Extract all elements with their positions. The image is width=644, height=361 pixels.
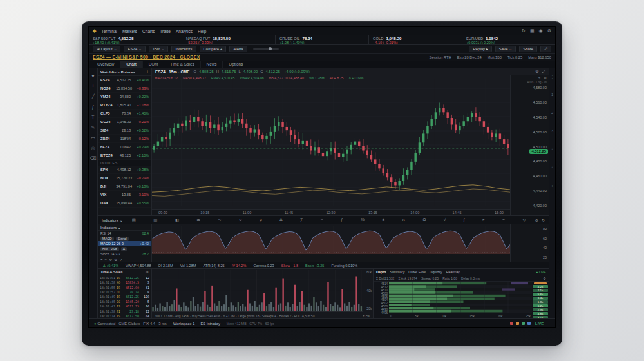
crosshair-tool-icon[interactable]: + <box>91 84 94 88</box>
toolbar-button-compare[interactable]: Compare + <box>200 46 227 52</box>
ladder-cell[interactable]: 6.2k <box>533 304 548 307</box>
watchlist-row-nqz4[interactable]: NQZ415,834.50−0.33% <box>98 84 151 93</box>
ticker-quote-nasdaq-fut[interactable]: NASDAQ FUT15,834.50−52.25 (−0.33%) <box>182 35 276 44</box>
trendline-tool-icon[interactable]: ╱ <box>91 94 94 99</box>
timeframe-slider[interactable] <box>253 48 279 50</box>
diamond-icon[interactable]: ◇ <box>522 217 526 222</box>
sma-icon[interactable]: ▤ <box>132 217 136 222</box>
omega-icon[interactable]: Ω <box>422 217 426 222</box>
indicator-row-0[interactable]: RSI 1462.4 <box>98 231 151 236</box>
ladder-cell[interactable]: 5.6k <box>533 293 548 296</box>
menu-item-help[interactable]: Help <box>198 29 206 34</box>
volume-refresh[interactable]: ↻ 5s <box>363 314 370 318</box>
watchlist-row-dax[interactable]: DAX15,890.44+0.55% <box>98 199 151 208</box>
watchlist-row-esz4[interactable]: ESZ44,512.25+0.41% <box>98 76 151 84</box>
pi-icon[interactable]: π <box>402 217 406 222</box>
delta-icon[interactable]: Δ <box>279 217 282 222</box>
indicator-row-5[interactable]: +−↻⚙✓ <box>98 257 151 262</box>
bollinger-icon[interactable]: ◧ <box>175 217 179 222</box>
symbol-title[interactable]: ESZ4 — E-MINI S&P 500 · DEC 2024 · GLOBE… <box>93 55 200 59</box>
depth-tab-liquidity[interactable]: Liquidity <box>430 270 442 274</box>
candlestick-chart[interactable] <box>152 75 510 209</box>
settings-icon[interactable]: ⚙ <box>547 28 551 34</box>
indicator-row-2[interactable]: MACD 12·26·9+0.42 <box>98 241 151 246</box>
indicator-chip[interactable]: MACD <box>100 237 114 241</box>
menu-item-charts[interactable]: Charts <box>142 29 155 34</box>
measure-tool-icon[interactable]: ▭ <box>91 135 95 140</box>
watchlist-row-zbz4[interactable]: ZBZ4118'04−0.12% <box>98 135 151 143</box>
depth-bars-chart[interactable] <box>389 282 532 313</box>
ladder-cell[interactable]: 4.2k <box>533 285 548 288</box>
watchlist-add-button[interactable]: + <box>146 70 149 74</box>
watchlist-row-gcz4[interactable]: GCZ41,945.20−0.21% <box>98 118 151 126</box>
ticker-quote-eur-usd[interactable]: EUR/USD1.0842+0.0031 (+0.29%) <box>462 35 555 44</box>
indicator-action-icon[interactable]: − <box>105 257 108 261</box>
fib-tool-icon[interactable]: ƒ <box>92 104 95 109</box>
menu-item-markets[interactable]: Markets <box>122 29 137 34</box>
sum-icon[interactable]: ∑ <box>300 217 303 222</box>
indicator-row-4[interactable]: Stoch 14·3·378.2 <box>98 251 151 257</box>
sqrt-icon[interactable]: √ <box>444 217 446 222</box>
chart-tool-icon[interactable]: ⤢ <box>542 69 545 74</box>
watchlist-row-siz4[interactable]: SIZ423.18+0.52% <box>98 126 151 135</box>
watchlist-row-dji[interactable]: DJI34,791.04+0.18% <box>98 182 151 191</box>
depth-tab-order-flow[interactable]: Order Flow <box>408 270 426 274</box>
tape-row[interactable]: 14:32:01ES4512.2512 <box>98 275 151 280</box>
tape-row[interactable]: 14:31:34ES4512.5064 <box>98 314 151 318</box>
refresh-icon[interactable]: ↻ <box>522 28 526 34</box>
tab-time-sales[interactable]: Time & Sales <box>164 61 200 68</box>
workspace-label[interactable]: Workspace 1 — ES Intraday <box>173 322 220 326</box>
depth-settings-icon[interactable]: ⚙ <box>543 277 546 280</box>
watchlist-row-ndx[interactable]: NDX15,720.33−0.29% <box>98 174 151 182</box>
mu-icon[interactable]: μ <box>260 217 262 222</box>
indicator-action-icon[interactable]: ⚙ <box>114 257 117 262</box>
tape-row[interactable]: 14:31:58NQ15834.53 <box>98 280 151 284</box>
tab-dom[interactable]: DOM <box>143 61 165 68</box>
magnet-tool-icon[interactable]: ◎ <box>91 146 95 150</box>
tape-row[interactable]: 14:31:38SI23.1822 <box>98 309 151 313</box>
ladder-cell[interactable]: 2.9k <box>533 308 548 311</box>
strip-action-icon[interactable]: ↻ <box>542 218 545 222</box>
ladder-cell[interactable]: 1.8k <box>533 300 548 304</box>
fib-icon[interactable]: ƒ <box>341 217 343 222</box>
indicator-chip[interactable]: Hist −0.08 <box>100 247 119 251</box>
ema-icon[interactable]: ▥ <box>153 217 157 222</box>
notifications-icon[interactable]: ◉ <box>539 28 543 34</box>
toolbar-button-alerts[interactable]: Alerts <box>229 46 247 52</box>
ticker-quote-gold[interactable]: GOLD1,945.20−4.10 (−0.21%) <box>369 35 462 44</box>
toolbar-button-item[interactable]: ⤢ <box>540 46 551 52</box>
price-axis[interactable]: ↯⚙ Auto · Log · % 4,580.004,560.004,540.… <box>510 75 549 215</box>
grid-icon[interactable]: ⊞ <box>197 217 200 222</box>
indicator-row-1[interactable]: MACDSignal <box>98 236 151 241</box>
indicator-panel-header[interactable]: Indicators ⌄ <box>98 224 151 231</box>
depth-tab-summary[interactable]: Summary <box>390 270 404 274</box>
tape-row[interactable]: 14:31:55ES4512.0041 <box>98 285 151 289</box>
tape-row[interactable]: 14:31:49ES4512.25120 <box>98 295 151 299</box>
sigma-icon[interactable]: σ <box>239 217 242 222</box>
eraser-tool-icon[interactable]: ⌫ <box>90 156 97 161</box>
rail-marker[interactable]: ⋮ <box>551 75 554 79</box>
ladder-cell[interactable]: 2.1k <box>533 289 548 292</box>
indicator-action-icon[interactable]: ✓ <box>119 257 122 262</box>
wave-icon[interactable]: ∿ <box>218 217 222 222</box>
rail-marker[interactable]: 1 <box>551 93 553 97</box>
toolbar-button-share[interactable]: Share <box>519 46 537 52</box>
toolbar-button-save[interactable]: Save ⌄ <box>495 46 516 52</box>
indicator-action-icon[interactable]: + <box>100 257 103 261</box>
toolbar-button-layout[interactable]: ⊞ Layout ⌄ <box>93 46 120 52</box>
plusminus-icon[interactable]: ± <box>382 217 384 222</box>
toolbar-button-replay[interactable]: Replay ▸ <box>469 46 491 52</box>
chart-tool-icon[interactable]: ⚙ <box>535 69 539 74</box>
rail-marker[interactable]: ◦ <box>552 147 553 151</box>
indicator-row-3[interactable]: Hist −0.08Δ <box>98 246 151 251</box>
chart-symbol[interactable]: ESZ4 · 15m · CME <box>155 70 190 74</box>
integral-icon[interactable]: ∫ <box>464 217 465 222</box>
rail-marker[interactable]: ⋮ <box>551 183 554 187</box>
tape-row[interactable]: 14:31:45GC1945.205 <box>98 299 151 304</box>
price-axis-tool-icon[interactable]: ↯ <box>538 76 541 81</box>
tape-row[interactable]: 14:31:52CL78.348 <box>98 289 151 294</box>
tab-overview[interactable]: Overview <box>91 61 120 68</box>
rail-marker[interactable]: ◦ <box>552 165 553 169</box>
indicator-chip[interactable]: Δ <box>121 247 127 251</box>
watchlist-row-ymz4[interactable]: YMZ434,880+0.22% <box>98 93 151 101</box>
